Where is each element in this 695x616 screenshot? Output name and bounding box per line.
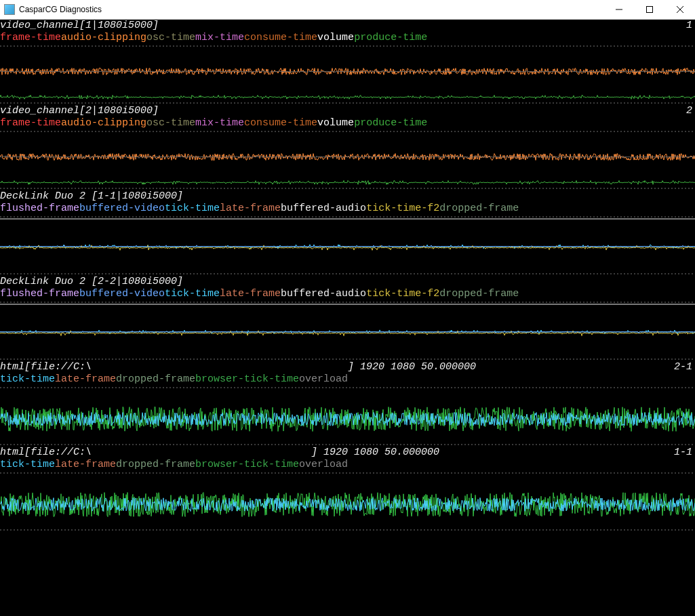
legend-item: audio-clipping bbox=[61, 117, 146, 129]
legend-item: volume bbox=[317, 117, 354, 129]
panel-header: video_channel[1|1080i5000]1 bbox=[0, 20, 695, 32]
window-titlebar[interactable]: CasparCG Diagnostics bbox=[0, 0, 695, 20]
legend-item: dropped-frame bbox=[439, 203, 519, 214]
diagnostic-panel: video_channel[1|1080i5000]1frame-timeaud… bbox=[0, 20, 695, 105]
diagnostic-graph bbox=[0, 215, 695, 276]
legend-item: volume bbox=[317, 32, 354, 43]
panel-name: video_channel[1|1080i5000] bbox=[0, 20, 159, 32]
legend-item: late-frame bbox=[220, 203, 281, 214]
legend-item: tick-time bbox=[165, 288, 220, 300]
diagnostic-panel: html[file://C:\ ] 1920 1080 50.0000001-1… bbox=[0, 447, 695, 532]
panel-legend: flushed-framebuffered-videotick-timelate… bbox=[0, 203, 695, 215]
legend-item: tick-time bbox=[165, 203, 220, 214]
legend-item: consume-time bbox=[244, 117, 317, 129]
app-icon bbox=[4, 4, 15, 15]
close-button[interactable] bbox=[664, 0, 695, 19]
legend-item: audio-clipping bbox=[61, 32, 146, 43]
legend-item: flushed-frame bbox=[0, 288, 79, 300]
panel-index: 1 bbox=[686, 20, 692, 32]
legend-item: buffered-audio bbox=[281, 203, 366, 214]
legend-item: overload bbox=[299, 459, 348, 470]
panel-legend: tick-timelate-framedropped-framebrowser-… bbox=[0, 459, 695, 471]
panel-header: html[file://C:\ ] 1920 1080 50.0000001-1 bbox=[0, 447, 695, 459]
legend-item: produce-time bbox=[354, 117, 427, 129]
panel-legend: flushed-framebuffered-videotick-timelate… bbox=[0, 288, 695, 300]
maximize-button[interactable] bbox=[634, 0, 664, 19]
diagnostic-panel: DeckLink Duo 2 [2-2|1080i5000]flushed-fr… bbox=[0, 276, 695, 361]
panel-header: html[file://C:\ ] 1920 1080 50.0000002-1 bbox=[0, 361, 695, 373]
legend-item: mix-time bbox=[195, 32, 244, 43]
panel-name: DeckLink Duo 2 [1-1|1080i5000] bbox=[0, 190, 183, 203]
panel-name: video_channel[2|1080i5000] bbox=[0, 105, 159, 117]
legend-item: buffered-audio bbox=[281, 288, 366, 300]
diagnostic-graph bbox=[0, 471, 695, 532]
legend-item: produce-time bbox=[354, 32, 427, 43]
legend-item: tick-time-f2 bbox=[366, 203, 439, 214]
legend-item: browser-tick-time bbox=[195, 459, 299, 470]
legend-item: frame-time bbox=[0, 117, 61, 129]
panel-header: DeckLink Duo 2 [1-1|1080i5000] bbox=[0, 190, 695, 203]
panel-index: 1-1 bbox=[674, 447, 692, 459]
window-buttons bbox=[603, 0, 695, 19]
legend-item: tick-time bbox=[0, 459, 55, 470]
legend-item: late-frame bbox=[55, 459, 116, 470]
panel-name: DeckLink Duo 2 [2-2|1080i5000] bbox=[0, 276, 183, 288]
legend-item: dropped-frame bbox=[116, 373, 195, 385]
panel-legend: frame-timeaudio-clippingosc-timemix-time… bbox=[0, 32, 695, 44]
panel-legend: frame-timeaudio-clippingosc-timemix-time… bbox=[0, 117, 695, 129]
legend-item: browser-tick-time bbox=[195, 373, 299, 385]
legend-item: mix-time bbox=[195, 117, 244, 129]
panel-header: video_channel[2|1080i5000]2 bbox=[0, 105, 695, 117]
legend-item: overload bbox=[299, 373, 348, 385]
diagnostics-content: video_channel[1|1080i5000]1frame-timeaud… bbox=[0, 20, 695, 616]
minimize-button[interactable] bbox=[603, 0, 634, 19]
svg-rect-0 bbox=[646, 7, 652, 13]
panel-header: DeckLink Duo 2 [2-2|1080i5000] bbox=[0, 276, 695, 288]
legend-item: frame-time bbox=[0, 32, 61, 43]
diagnostic-panel: html[file://C:\ ] 1920 1080 50.0000002-1… bbox=[0, 361, 695, 447]
panel-name: html[file://C:\ ] 1920 1080 50.000000 bbox=[0, 447, 439, 459]
legend-item: late-frame bbox=[55, 373, 116, 385]
diagnostic-graph bbox=[0, 300, 695, 361]
diagnostic-graph bbox=[0, 44, 695, 105]
legend-item: dropped-frame bbox=[439, 288, 519, 300]
legend-item: late-frame bbox=[220, 288, 281, 300]
legend-item: osc-time bbox=[146, 117, 195, 129]
diagnostic-panel: DeckLink Duo 2 [1-1|1080i5000]flushed-fr… bbox=[0, 190, 695, 276]
panel-name: html[file://C:\ ] 1920 1080 50.000000 bbox=[0, 361, 476, 373]
diagnostic-graph bbox=[0, 129, 695, 190]
legend-item: osc-time bbox=[146, 32, 195, 43]
panel-legend: tick-timelate-framedropped-framebrowser-… bbox=[0, 373, 695, 386]
legend-item: tick-time-f2 bbox=[366, 288, 439, 300]
legend-item: buffered-video bbox=[79, 203, 165, 214]
legend-item: tick-time bbox=[0, 373, 55, 385]
window-title: CasparCG Diagnostics bbox=[19, 5, 603, 14]
panel-index: 2 bbox=[686, 105, 692, 117]
legend-item: flushed-frame bbox=[0, 203, 79, 214]
legend-item: consume-time bbox=[244, 32, 317, 43]
panel-index: 2-1 bbox=[674, 361, 692, 373]
diagnostic-panel: video_channel[2|1080i5000]2frame-timeaud… bbox=[0, 105, 695, 190]
legend-item: buffered-video bbox=[79, 288, 165, 300]
legend-item: dropped-frame bbox=[116, 459, 195, 470]
diagnostic-graph bbox=[0, 386, 695, 447]
